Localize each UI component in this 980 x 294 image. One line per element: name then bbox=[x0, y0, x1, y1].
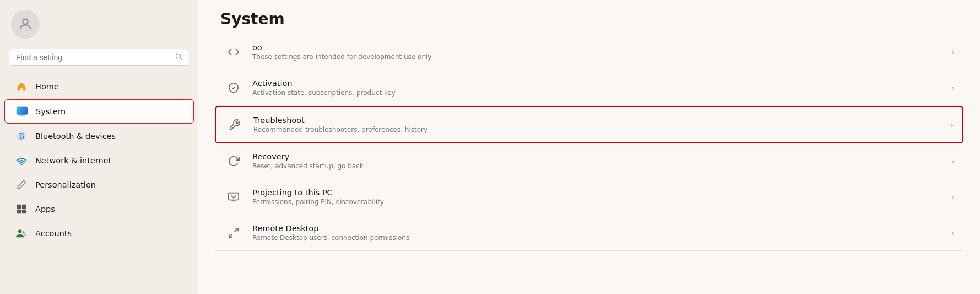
item-text-remote-desktop: Remote Desktop Remote Desktop users, con… bbox=[252, 224, 943, 242]
item-subtitle-developer: These settings are intended for developm… bbox=[252, 53, 943, 61]
sidebar-item-network-label: Network & internet bbox=[35, 156, 111, 165]
item-title-recovery: Recovery bbox=[252, 152, 943, 161]
item-text-activation: Activation Activation state, subscriptio… bbox=[252, 79, 943, 97]
svg-rect-3 bbox=[17, 107, 28, 115]
svg-point-14 bbox=[22, 231, 25, 234]
item-text-projecting: Projecting to this PC Permissions, pairi… bbox=[252, 188, 943, 206]
search-input[interactable] bbox=[16, 53, 170, 62]
settings-item-troubleshoot[interactable]: Troubleshoot Recommended troubleshooters… bbox=[215, 106, 963, 143]
item-subtitle-troubleshoot: Recommended troubleshooters, preferences… bbox=[253, 126, 942, 133]
item-subtitle-projecting: Permissions, pairing PIN, discoverabilit… bbox=[252, 198, 943, 206]
svg-rect-9 bbox=[17, 205, 21, 209]
svg-point-13 bbox=[18, 229, 21, 233]
pencil-icon bbox=[15, 179, 28, 191]
avatar[interactable] bbox=[11, 10, 40, 39]
sidebar-item-system[interactable]: System bbox=[4, 99, 194, 124]
sidebar-item-apps-label: Apps bbox=[35, 205, 55, 213]
sidebar-item-accounts[interactable]: Accounts bbox=[4, 222, 194, 245]
chevron-icon-activation: › bbox=[952, 84, 955, 92]
wrench-icon bbox=[225, 115, 245, 135]
settings-item-projecting[interactable]: Projecting to this PC Permissions, pairi… bbox=[215, 179, 963, 215]
settings-list: oo These settings are intended for devel… bbox=[198, 34, 980, 268]
apps-icon bbox=[15, 203, 28, 215]
item-title-troubleshoot: Troubleshoot bbox=[253, 116, 942, 125]
sidebar-item-accounts-label: Accounts bbox=[35, 229, 72, 238]
search-box[interactable] bbox=[9, 49, 189, 66]
main-header: System bbox=[198, 0, 980, 34]
svg-rect-12 bbox=[22, 210, 26, 214]
chevron-icon-troubleshoot: › bbox=[951, 121, 954, 129]
sidebar-item-home[interactable]: Home bbox=[4, 75, 194, 98]
item-title-activation: Activation bbox=[252, 79, 943, 88]
item-subtitle-remote-desktop: Remote Desktop users, connection permiss… bbox=[252, 234, 943, 242]
svg-rect-11 bbox=[17, 210, 21, 214]
settings-item-activation[interactable]: Activation Activation state, subscriptio… bbox=[215, 70, 963, 106]
svg-line-2 bbox=[180, 58, 182, 60]
sidebar-item-network[interactable]: Network & internet bbox=[4, 149, 194, 172]
sidebar-item-bluetooth-label: Bluetooth & devices bbox=[35, 132, 116, 141]
home-icon bbox=[15, 81, 28, 93]
svg-point-1 bbox=[176, 54, 180, 58]
sidebar-header bbox=[0, 0, 198, 44]
check-circle-icon bbox=[224, 78, 243, 98]
chevron-icon-projecting: › bbox=[952, 193, 955, 201]
chevron-icon-developer: › bbox=[952, 48, 955, 56]
bluetooth-icon: B bbox=[15, 130, 28, 142]
svg-rect-5 bbox=[18, 116, 26, 116]
svg-point-8 bbox=[21, 164, 23, 165]
projecting-icon bbox=[224, 187, 243, 207]
svg-line-20 bbox=[229, 234, 232, 237]
svg-rect-10 bbox=[22, 205, 26, 209]
item-title-developer: oo bbox=[252, 43, 943, 52]
settings-item-remote-desktop[interactable]: Remote Desktop Remote Desktop users, con… bbox=[215, 215, 963, 251]
sidebar-item-system-label: System bbox=[36, 107, 66, 116]
dev-icon bbox=[224, 42, 243, 62]
item-text-recovery: Recovery Reset, advanced startup, go bac… bbox=[252, 152, 943, 170]
sidebar-item-home-label: Home bbox=[35, 82, 59, 91]
sidebar-item-apps[interactable]: Apps bbox=[4, 197, 194, 221]
sidebar-item-personalization[interactable]: Personalization bbox=[4, 173, 194, 196]
chevron-icon-recovery: › bbox=[952, 157, 955, 165]
accounts-icon bbox=[15, 227, 28, 239]
sidebar-item-bluetooth[interactable]: B Bluetooth & devices bbox=[4, 125, 194, 148]
item-title-remote-desktop: Remote Desktop bbox=[252, 224, 943, 233]
svg-line-19 bbox=[235, 228, 238, 232]
item-subtitle-activation: Activation state, subscriptions, product… bbox=[252, 89, 943, 97]
settings-item-developer[interactable]: oo These settings are intended for devel… bbox=[215, 34, 963, 70]
main-content: System oo These settings are intended fo… bbox=[198, 0, 980, 294]
sidebar: Home System B bbox=[0, 0, 198, 294]
network-icon bbox=[15, 154, 28, 167]
search-icon bbox=[175, 52, 182, 62]
remote-icon bbox=[224, 223, 243, 243]
recovery-icon bbox=[224, 151, 243, 171]
svg-rect-4 bbox=[20, 115, 25, 116]
page-title: System bbox=[220, 10, 958, 28]
system-icon bbox=[16, 105, 28, 117]
item-title-projecting: Projecting to this PC bbox=[252, 188, 943, 197]
svg-text:B: B bbox=[19, 132, 24, 141]
svg-rect-16 bbox=[229, 193, 239, 200]
svg-point-0 bbox=[23, 19, 28, 24]
item-text-developer: oo These settings are intended for devel… bbox=[252, 43, 943, 61]
settings-item-recovery[interactable]: Recovery Reset, advanced startup, go bac… bbox=[215, 143, 963, 179]
item-subtitle-recovery: Reset, advanced startup, go back bbox=[252, 162, 943, 170]
item-text-troubleshoot: Troubleshoot Recommended troubleshooters… bbox=[253, 116, 942, 133]
chevron-icon-remote-desktop: › bbox=[952, 229, 955, 237]
sidebar-item-personalization-label: Personalization bbox=[35, 180, 96, 189]
